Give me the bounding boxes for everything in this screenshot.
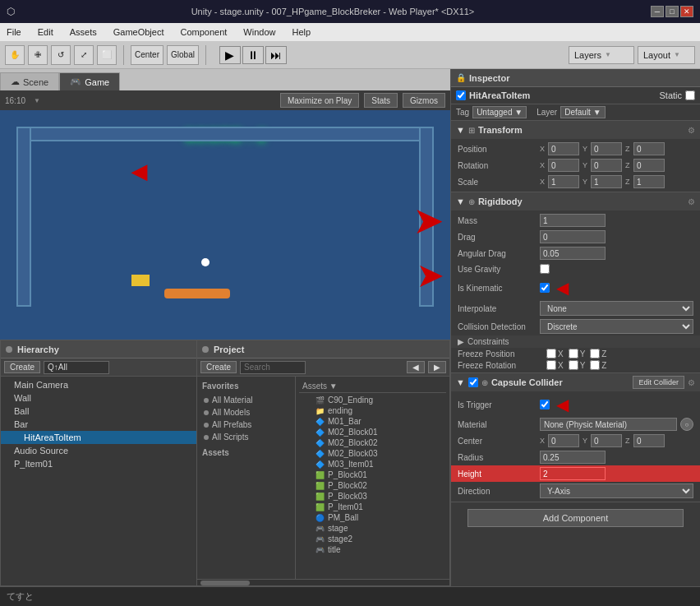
is-kinematic-checkbox[interactable] bbox=[540, 283, 550, 293]
hand-tool[interactable]: ✋ bbox=[5, 45, 25, 65]
position-x-input[interactable] bbox=[548, 142, 579, 155]
is-trigger-checkbox[interactable] bbox=[540, 400, 550, 409]
play-button[interactable]: ▶ bbox=[219, 46, 241, 64]
asset-m02-block01[interactable]: 🔷 M02_Block01 bbox=[299, 427, 446, 437]
asset-c90-ending[interactable]: 🎬 C90_Ending bbox=[299, 395, 446, 405]
height-input[interactable] bbox=[540, 467, 606, 480]
freeze-pos-x-checkbox[interactable] bbox=[546, 349, 556, 359]
fav-all-models[interactable]: All Models bbox=[197, 406, 295, 419]
freeze-rot-z-checkbox[interactable] bbox=[590, 360, 600, 370]
stats-btn[interactable]: Stats bbox=[364, 93, 398, 108]
position-z-input[interactable] bbox=[633, 142, 665, 155]
center-y-input[interactable] bbox=[591, 434, 622, 447]
asset-title[interactable]: 🎮 title bbox=[299, 544, 446, 555]
hierarchy-item-bar[interactable]: Bar bbox=[1, 418, 196, 431]
hierarchy-item-audio-source[interactable]: Audio Source bbox=[1, 444, 196, 457]
position-y-input[interactable] bbox=[591, 142, 622, 155]
maximize-button[interactable]: □ bbox=[665, 6, 679, 17]
menu-component[interactable]: Component bbox=[177, 25, 230, 39]
asset-p-item01[interactable]: 🟩 P_Item01 bbox=[299, 502, 446, 512]
material-picker-btn[interactable]: ○ bbox=[680, 418, 693, 431]
asset-m01-bar[interactable]: 🔷 M01_Bar bbox=[299, 416, 446, 427]
tag-dropdown[interactable]: Untagged ▼ bbox=[472, 106, 527, 118]
layout-dropdown[interactable]: Layout ▼ bbox=[638, 46, 695, 64]
project-search[interactable] bbox=[240, 361, 306, 374]
close-button[interactable]: ✕ bbox=[680, 6, 693, 17]
menu-file[interactable]: File bbox=[3, 25, 25, 39]
tab-scene[interactable]: ☁ Scene bbox=[0, 72, 59, 90]
scale-z-input[interactable] bbox=[633, 175, 665, 188]
fav-all-material[interactable]: All Material bbox=[197, 394, 295, 406]
menu-gameobject[interactable]: GameObject bbox=[110, 25, 168, 39]
menu-help[interactable]: Help bbox=[288, 25, 314, 39]
hierarchy-create-btn[interactable]: Create bbox=[4, 361, 40, 373]
layers-dropdown[interactable]: Layers ▼ bbox=[569, 46, 634, 64]
scale-y-input[interactable] bbox=[591, 175, 622, 188]
hierarchy-item-main-camera[interactable]: Main Camera bbox=[1, 378, 196, 391]
pause-button[interactable]: ⏸ bbox=[242, 46, 264, 64]
rotation-z-input[interactable] bbox=[633, 159, 665, 172]
step-button[interactable]: ⏭ bbox=[265, 46, 287, 64]
rigidbody-settings-icon[interactable]: ⚙ bbox=[688, 197, 695, 206]
rotation-y-input[interactable] bbox=[591, 159, 622, 172]
static-checkbox[interactable] bbox=[685, 90, 695, 100]
hierarchy-item-hit-area[interactable]: HitAreaToItem bbox=[1, 431, 196, 444]
capsule-settings-icon[interactable]: ⚙ bbox=[688, 378, 695, 387]
asset-m03-item01[interactable]: 🔷 M03_Item01 bbox=[299, 459, 446, 470]
capsule-collider-header[interactable]: ▼ ⊕ Capsule Collider Edit Collider ⚙ bbox=[451, 373, 700, 391]
radius-input[interactable] bbox=[540, 451, 606, 464]
freeze-rot-y-checkbox[interactable] bbox=[569, 360, 578, 370]
mass-input[interactable] bbox=[540, 214, 606, 227]
asset-p-block03[interactable]: 🟩 P_Block03 bbox=[299, 491, 446, 502]
title-bar-buttons[interactable]: ─ □ ✕ bbox=[651, 6, 693, 17]
minimize-button[interactable]: ─ bbox=[651, 6, 664, 17]
material-input[interactable] bbox=[540, 418, 677, 431]
scale-x-input[interactable] bbox=[548, 175, 579, 188]
menu-assets[interactable]: Assets bbox=[67, 25, 100, 39]
freeze-rot-x-checkbox[interactable] bbox=[546, 360, 556, 370]
asset-m02-block02[interactable]: 🔷 M02_Block02 bbox=[299, 437, 446, 448]
direction-dropdown[interactable]: Y-Axis X-Axis Z-Axis bbox=[540, 483, 693, 498]
use-gravity-checkbox[interactable] bbox=[540, 264, 550, 274]
menu-window[interactable]: Window bbox=[240, 25, 279, 39]
edit-collider-btn[interactable]: Edit Collider bbox=[633, 376, 684, 389]
project-scrollbar-thumb[interactable] bbox=[200, 581, 250, 585]
center-x-input[interactable] bbox=[548, 434, 579, 447]
asset-stage[interactable]: 🎮 stage bbox=[299, 523, 446, 534]
hierarchy-item-wall[interactable]: Wall bbox=[1, 391, 196, 405]
collision-detection-dropdown[interactable]: Discrete Continuous Continuous Dynamic bbox=[540, 319, 693, 334]
center-button[interactable]: Center bbox=[131, 45, 163, 65]
center-z-input[interactable] bbox=[633, 434, 665, 447]
hierarchy-search[interactable] bbox=[44, 361, 109, 374]
global-button[interactable]: Global bbox=[167, 45, 199, 65]
rotate-tool[interactable]: ↺ bbox=[51, 45, 71, 65]
tab-game[interactable]: 🎮 Game bbox=[59, 72, 120, 90]
project-create-btn[interactable]: Create bbox=[200, 361, 237, 373]
transform-settings-icon[interactable]: ⚙ bbox=[688, 126, 695, 135]
menu-edit[interactable]: Edit bbox=[35, 25, 57, 39]
fav-all-prefabs[interactable]: All Prefabs bbox=[197, 419, 295, 431]
rotation-x-input[interactable] bbox=[548, 159, 579, 172]
rect-tool[interactable]: ⬜ bbox=[97, 45, 117, 65]
hierarchy-item-p-item01[interactable]: P_Item01 bbox=[1, 457, 196, 470]
maximize-on-play-btn[interactable]: Maximize on Play bbox=[280, 93, 359, 108]
asset-p-block01[interactable]: 🟩 P_Block01 bbox=[299, 470, 446, 480]
move-tool[interactable]: ✙ bbox=[28, 45, 48, 65]
gizmos-btn[interactable]: Gizmos bbox=[403, 93, 445, 108]
project-nav-fwd[interactable]: ▶ bbox=[428, 361, 446, 373]
capsule-active-checkbox[interactable] bbox=[468, 377, 478, 387]
hierarchy-item-ball[interactable]: Ball bbox=[1, 405, 196, 418]
drag-input[interactable] bbox=[540, 230, 606, 243]
asset-p-block02[interactable]: 🟩 P_Block02 bbox=[299, 480, 446, 491]
project-nav-back[interactable]: ◀ bbox=[407, 361, 425, 373]
layer-dropdown[interactable]: Default ▼ bbox=[560, 106, 605, 118]
fav-all-scripts[interactable]: All Scripts bbox=[197, 431, 295, 443]
angular-drag-input[interactable] bbox=[540, 247, 606, 260]
freeze-pos-y-checkbox[interactable] bbox=[569, 349, 578, 359]
asset-stage2[interactable]: 🎮 stage2 bbox=[299, 534, 446, 544]
transform-header[interactable]: ▼ ⊞ Transform ⚙ bbox=[451, 121, 700, 139]
asset-pm-ball[interactable]: 🔵 PM_Ball bbox=[299, 512, 446, 523]
scale-tool[interactable]: ⤢ bbox=[74, 45, 94, 65]
freeze-pos-z-checkbox[interactable] bbox=[590, 349, 600, 359]
interpolate-dropdown[interactable]: None Interpolate Extrapolate bbox=[540, 301, 693, 316]
